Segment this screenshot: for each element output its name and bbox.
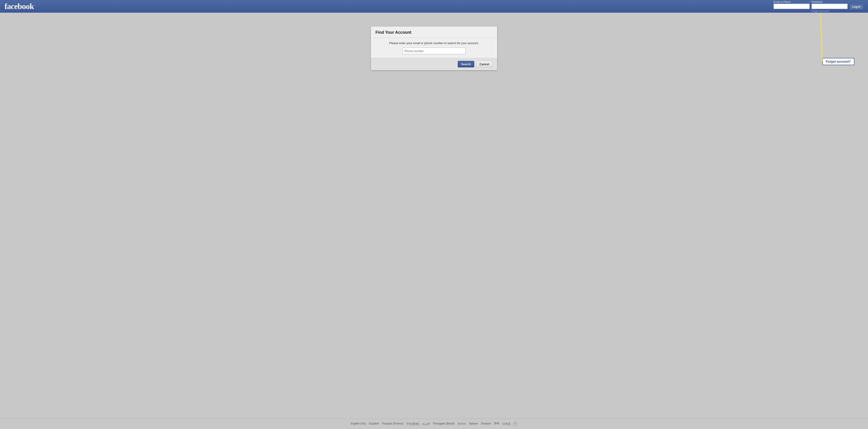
footer-link-portuguese[interactable]: Português (Brasil) — [433, 422, 455, 426]
facebook-logo: facebook — [4, 2, 34, 11]
card-body: Please enter your email or phone number … — [371, 38, 497, 58]
footer-link-espanol[interactable]: Español — [369, 422, 379, 426]
card-footer: Search Cancel — [371, 58, 497, 70]
footer-link-japanese[interactable]: 日本語 — [502, 422, 510, 426]
password-field-group: Password Forgot account? — [811, 0, 848, 12]
password-input[interactable] — [811, 4, 848, 9]
annotation-tooltip: Forgot account? — [822, 58, 855, 65]
email-label: Email or Phone — [774, 0, 790, 3]
phone-number-input[interactable] — [402, 48, 466, 54]
email-input[interactable] — [774, 4, 810, 9]
annotation-svg — [0, 13, 868, 419]
footer-link-korean[interactable]: 한국어 — [458, 422, 466, 426]
footer-link-deutsch[interactable]: Deutsch — [481, 422, 491, 426]
search-button[interactable]: Search — [458, 61, 474, 67]
main-content: Find Your Account Please enter your emai… — [0, 13, 868, 419]
find-account-card: Find Your Account Please enter your emai… — [371, 26, 497, 70]
cancel-button[interactable]: Cancel — [476, 61, 493, 67]
footer-link-italian[interactable]: Italiano — [469, 422, 478, 426]
email-field-group: Email or Phone — [774, 0, 810, 9]
footer: English (US) Español Français (France) 中… — [0, 419, 868, 429]
footer-link-hindi[interactable]: हिन्दी — [494, 422, 499, 426]
footer-link-francais[interactable]: Français (France) — [382, 422, 403, 426]
forgot-account-nav-link[interactable]: Forgot account? — [811, 10, 830, 12]
card-title: Find Your Account — [375, 30, 493, 35]
login-button[interactable]: Log In — [849, 4, 864, 9]
footer-link-chinese[interactable]: 中文(简体) — [406, 422, 419, 426]
svg-line-0 — [820, 13, 822, 61]
card-description: Please enter your email or phone number … — [375, 41, 493, 45]
card-header: Find Your Account — [371, 26, 497, 38]
footer-link-arabic[interactable]: العربية — [422, 422, 430, 426]
footer-link-english[interactable]: English (US) — [350, 422, 366, 426]
svg-line-2 — [820, 13, 822, 61]
footer-more-languages[interactable]: + — [514, 422, 518, 426]
navbar-right: Email or Phone Password Forgot account? … — [774, 0, 864, 12]
password-label: Password — [811, 0, 822, 3]
navbar: facebook Email or Phone Password Forgot … — [0, 0, 868, 13]
